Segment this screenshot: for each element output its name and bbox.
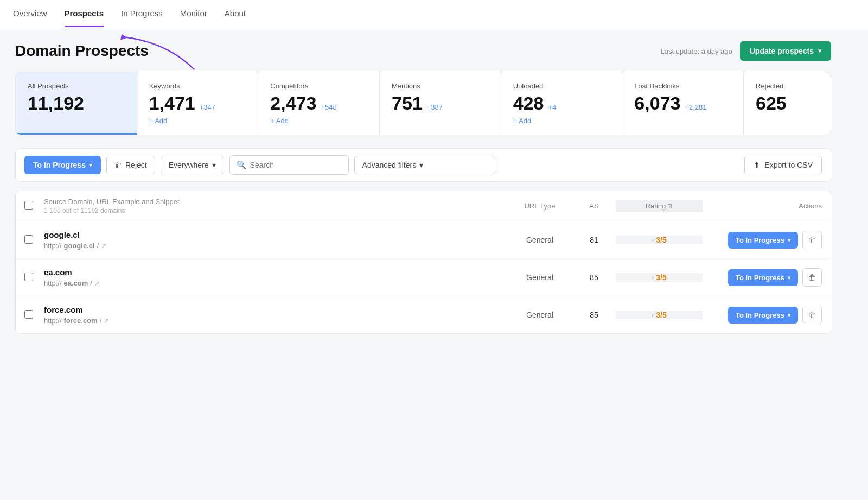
update-prospects-button[interactable]: Update prospects ▾ (740, 41, 831, 61)
trash-icon: 🗑 (808, 311, 816, 319)
chevron-down-icon: ▾ (89, 162, 92, 169)
row-domain-2: ea.com http://ea.com/ ↗ (44, 268, 507, 287)
stat-add-competitors[interactable]: + Add (270, 117, 367, 125)
row-url-type-3: General (507, 311, 572, 319)
stat-label-lost: Lost Backlinks (634, 82, 731, 90)
upload-icon: ⬆ (754, 161, 760, 169)
domain-url-1: http://google.cl/ ↗ (44, 242, 507, 250)
row-domain-1: google.cl http://google.cl/ ↗ (44, 230, 507, 250)
stat-value-competitors: 2,473 (270, 93, 316, 113)
nav-monitor[interactable]: Monitor (180, 1, 207, 27)
col-header-actions: Actions (703, 202, 822, 210)
table-row: force.com http://force.com/ ↗ General 85… (16, 296, 831, 333)
rating-arrow-icon: › (652, 236, 654, 244)
svg-marker-0 (119, 33, 127, 40)
row-rating-3: › 3/5 (616, 311, 703, 319)
table-header: Source Domain, URL Example and Snippet 1… (16, 191, 831, 221)
stat-delta-keywords: +347 (200, 103, 215, 111)
row-domain-3: force.com http://force.com/ ↗ (44, 305, 507, 325)
row-checkbox-1[interactable] (24, 235, 33, 244)
last-update: Last update: a day ago (660, 47, 732, 55)
row-trash-button-3[interactable]: 🗑 (802, 306, 822, 324)
stat-label-keywords: Keywords (149, 82, 246, 90)
row-actions-3: To In Progress ▾ 🗑 (703, 306, 822, 324)
row-trash-button-1[interactable]: 🗑 (802, 231, 822, 249)
everywhere-dropdown[interactable]: Everywhere ▾ (161, 156, 224, 174)
stat-lost-backlinks[interactable]: Lost Backlinks 6,073 +2,281 (622, 72, 744, 135)
stat-rejected[interactable]: Rejected 625 (744, 72, 831, 135)
nav-about[interactable]: About (225, 1, 246, 27)
external-link-icon[interactable]: ↗ (101, 242, 106, 250)
stat-value-uploaded: 428 (513, 93, 544, 113)
stat-add-uploaded[interactable]: + Add (513, 117, 610, 125)
chevron-down-icon: ▾ (212, 161, 216, 169)
stat-label-mentions: Mentions (392, 82, 489, 90)
stat-value-keywords: 1,471 (149, 93, 195, 113)
row-as-1: 81 (572, 236, 616, 244)
nav-overview[interactable]: Overview (13, 1, 47, 27)
select-all-checkbox-wrap[interactable] (24, 201, 44, 211)
stat-delta-competitors: +548 (321, 103, 336, 111)
row-checkbox-wrap-2[interactable] (24, 273, 44, 283)
select-all-checkbox[interactable] (24, 201, 33, 210)
external-link-icon[interactable]: ↗ (94, 280, 100, 287)
trash-icon: 🗑 (114, 161, 122, 169)
stat-keywords[interactable]: Keywords 1,471 +347 + Add (137, 72, 259, 135)
table-sub-label: 1-100 out of 11192 domains (44, 207, 507, 214)
stat-mentions[interactable]: Mentions 751 +387 (380, 72, 501, 135)
domain-name-1: google.cl (44, 230, 507, 239)
stat-all-prospects[interactable]: All Prospects 11,192 (16, 72, 137, 135)
chevron-down-icon: ▾ (788, 237, 790, 243)
nav-in-progress[interactable]: In Progress (121, 1, 163, 27)
reject-button[interactable]: 🗑 Reject (106, 156, 155, 174)
row-url-type-1: General (507, 236, 572, 244)
row-as-2: 85 (572, 273, 616, 282)
row-to-in-progress-button-2[interactable]: To In Progress ▾ (728, 269, 798, 286)
search-input-wrap: 🔍 (229, 155, 349, 175)
export-csv-button[interactable]: ⬆ Export to CSV (744, 156, 822, 174)
stat-label-rejected: Rejected (756, 82, 819, 90)
stat-value-rejected: 625 (756, 93, 819, 113)
domain-url-2: http://ea.com/ ↗ (44, 279, 507, 287)
to-in-progress-button[interactable]: To In Progress ▾ (24, 156, 101, 174)
stat-label-all: All Prospects (28, 82, 125, 90)
stat-delta-mentions: +387 (427, 103, 443, 111)
stat-label-competitors: Competitors (270, 82, 367, 90)
page-title: Domain Prospects (15, 42, 149, 60)
row-checkbox-3[interactable] (24, 310, 33, 319)
row-to-in-progress-button-3[interactable]: To In Progress ▾ (728, 307, 798, 324)
nav-prospects[interactable]: Prospects (65, 1, 104, 27)
col-header-as: AS (572, 202, 616, 210)
row-checkbox-wrap-1[interactable] (24, 235, 44, 245)
advanced-filters-button[interactable]: Advanced filters ▾ (354, 156, 495, 174)
row-rating-2: › 3/5 (616, 273, 703, 282)
stat-add-keywords[interactable]: + Add (149, 117, 246, 125)
stat-delta-uploaded: +4 (548, 103, 556, 111)
col-header-rating[interactable]: Rating ⇅ (616, 200, 703, 212)
table-row: google.cl http://google.cl/ ↗ General 81… (16, 221, 831, 259)
row-checkbox-wrap-3[interactable] (24, 310, 44, 320)
trash-icon: 🗑 (808, 273, 816, 282)
trash-icon: 🗑 (808, 236, 816, 244)
stat-uploaded[interactable]: Uploaded 428 +4 + Add (501, 72, 623, 135)
stat-label-uploaded: Uploaded (513, 82, 610, 90)
chevron-down-icon: ▾ (788, 275, 790, 281)
rating-arrow-icon: › (652, 274, 654, 281)
stat-competitors[interactable]: Competitors 2,473 +548 + Add (258, 72, 380, 135)
row-rating-1: › 3/5 (616, 236, 703, 244)
search-input[interactable] (250, 161, 342, 169)
stat-delta-lost: +2,281 (685, 103, 706, 111)
chevron-down-icon: ▾ (818, 47, 821, 55)
domain-name-3: force.com (44, 305, 507, 314)
row-as-3: 85 (572, 311, 616, 319)
prospects-table: Source Domain, URL Example and Snippet 1… (15, 191, 831, 334)
row-url-type-2: General (507, 273, 572, 282)
stat-value-all: 11,192 (28, 93, 125, 113)
row-checkbox-2[interactable] (24, 273, 33, 281)
rating-arrow-icon: › (652, 311, 654, 319)
external-link-icon[interactable]: ↗ (104, 317, 109, 325)
row-to-in-progress-button-1[interactable]: To In Progress ▾ (728, 232, 798, 249)
sort-icon: ⇅ (668, 202, 673, 210)
row-trash-button-2[interactable]: 🗑 (802, 268, 822, 287)
row-actions-2: To In Progress ▾ 🗑 (703, 268, 822, 287)
